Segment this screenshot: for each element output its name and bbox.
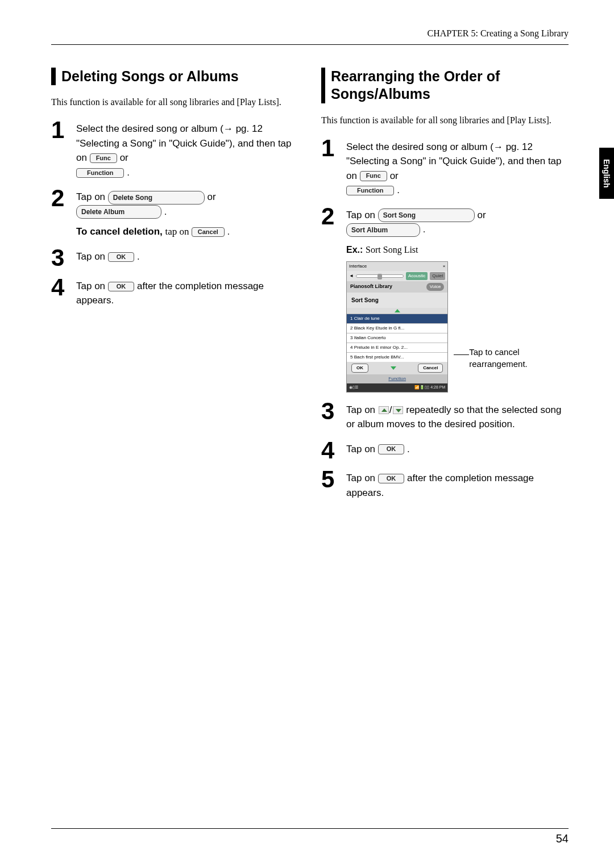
- step-body: Tap on OK .: [76, 247, 140, 269]
- step-1: 1 Select the desired song or album (→ pg…: [51, 119, 298, 180]
- step-4: 4 Tap on OK .: [321, 440, 569, 461]
- sort-album-button-icon: Sort Album: [346, 223, 420, 237]
- step-number: 4: [51, 277, 69, 308]
- step-5: 5 Tap on OK after the completion message…: [321, 469, 569, 500]
- step-number: 1: [51, 119, 69, 180]
- section-title: Rearranging the Order of Songs/Albums: [331, 68, 569, 103]
- left-column: Deleting Songs or Albums This function i…: [51, 68, 298, 508]
- step-4: 4 Tap on OK after the completion message…: [51, 277, 298, 308]
- step-body: Tap on OK after the completion message a…: [346, 469, 569, 500]
- step-number: 3: [321, 400, 339, 432]
- section-title-wrap: Deleting Songs or Albums: [51, 68, 298, 85]
- step-2: 2 Tap on Sort Song or Sort Album . Ex.: …: [321, 206, 569, 393]
- function-button-icon: Function: [76, 168, 124, 178]
- step-1: 1 Select the desired song or album (→ pg…: [321, 137, 569, 198]
- ok-button-icon: OK: [378, 474, 405, 483]
- intro-text: This function is available for all song …: [321, 114, 569, 127]
- document-page: CHAPTER 5: Creating a Song Library Delet…: [0, 0, 614, 542]
- delete-song-button-icon: Delete Song: [108, 191, 205, 205]
- step-number: 1: [321, 137, 339, 198]
- ok-button-icon: OK: [378, 444, 405, 454]
- step-3: 3 Tap on OK .: [51, 247, 298, 269]
- step-body: Tap on OK .: [346, 440, 410, 461]
- intro-text: This function is available for all song …: [51, 95, 298, 109]
- language-side-tab: English: [599, 148, 614, 199]
- page-number: 54: [51, 828, 569, 845]
- section-title-wrap: Rearranging the Order of Songs/Albums: [321, 68, 569, 103]
- chapter-header: CHAPTER 5: Creating a Song Library: [51, 28, 569, 45]
- up-arrow-icon: [379, 406, 389, 414]
- example-text: Sort Song List: [366, 245, 418, 254]
- func-button-icon: Func: [90, 153, 117, 163]
- step-body: Tap on OK after the completion message a…: [76, 277, 298, 308]
- sysbar-right: 📶🔋▯▯ 4:28 PM: [414, 385, 445, 391]
- cancel-button-icon: Cancel: [192, 227, 225, 237]
- ok-button-icon: OK: [108, 252, 135, 262]
- func-button-icon: Func: [360, 171, 387, 181]
- example-screenshot: Interface × ◄ Acoustic Quiet Pianosoft L…: [346, 261, 448, 393]
- down-arrow-icon: [393, 406, 403, 414]
- title-accent-bar: [51, 68, 56, 85]
- callout-line: [454, 354, 469, 355]
- sysbar-icons: ◉▯☰: [349, 385, 358, 391]
- step-body: Select the desired song or album (→ pg. …: [76, 119, 298, 180]
- ok-button-icon: OK: [108, 282, 135, 291]
- title-accent-bar: [321, 68, 325, 103]
- step-2: 2 Tap on Delete Song or Delete Album . T…: [51, 187, 298, 239]
- function-button-icon: Function: [346, 186, 394, 195]
- step-number: 4: [321, 440, 339, 461]
- example-label: Ex.:: [346, 245, 363, 254]
- screenshot-cancel-button: Cancel: [418, 364, 443, 373]
- step-3: 3 Tap on / repeatedly so that the select…: [321, 400, 569, 432]
- right-column: Rearranging the Order of Songs/Albums Th…: [321, 68, 569, 508]
- example-screenshot-wrap: Interface × ◄ Acoustic Quiet Pianosoft L…: [346, 261, 569, 393]
- section-title: Deleting Songs or Albums: [61, 68, 239, 85]
- step-number: 5: [321, 469, 339, 500]
- step-body: Tap on / repeatedly so that the selected…: [346, 400, 569, 432]
- step-number: 3: [51, 247, 69, 269]
- sort-song-button-icon: Sort Song: [378, 208, 475, 222]
- step-number: 2: [321, 206, 339, 393]
- step-number: 2: [51, 187, 69, 239]
- step-body: Tap on Delete Song or Delete Album . To …: [76, 187, 230, 239]
- step-body: Select the desired song or album (→ pg. …: [346, 137, 569, 198]
- content-columns: Deleting Songs or Albums This function i…: [51, 68, 569, 508]
- callout-text: Tap to cancel rearrangement.: [469, 346, 569, 393]
- step-body: Tap on Sort Song or Sort Album . Ex.: So…: [346, 206, 569, 393]
- delete-album-button-icon: Delete Album: [76, 205, 161, 219]
